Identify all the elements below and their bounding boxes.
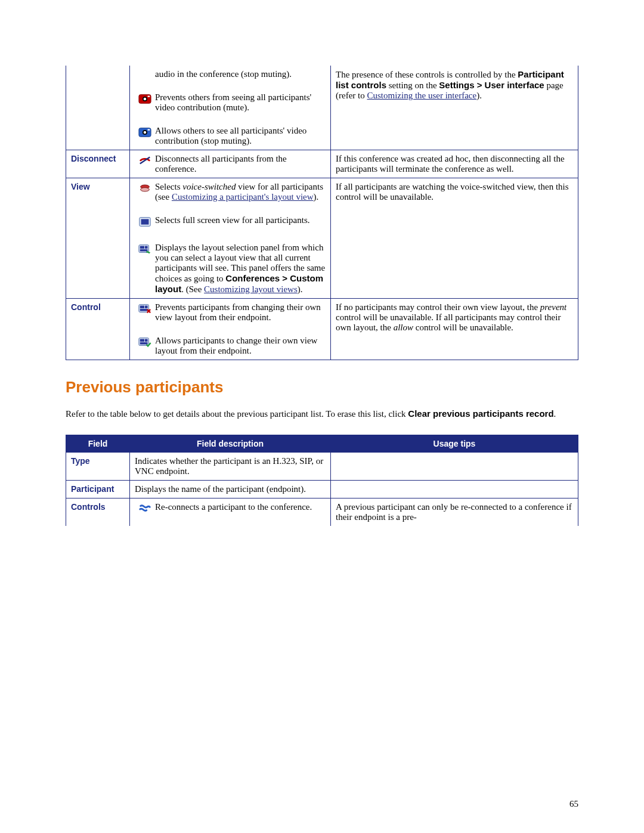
participant-label: Participant	[71, 484, 114, 494]
controls-desc-cell: Re-connects a participant to the confere…	[130, 498, 331, 527]
participant-label-cell: Participant	[66, 481, 130, 498]
svg-point-2	[144, 98, 147, 101]
customizing-layout-views-link[interactable]: Customizing layout views	[204, 284, 298, 294]
svg-rect-24	[140, 339, 144, 342]
mute-audio-desc: audio in the conference (stop muting).	[155, 69, 326, 79]
control-tips: If no participants may control their own…	[331, 299, 578, 360]
participant-desc: Displays the name of the participant (en…	[130, 481, 331, 498]
controls-label-cell: Controls	[66, 498, 130, 527]
svg-rect-15	[145, 246, 148, 249]
customizing-ui-link[interactable]: Customizing the user interface	[367, 91, 476, 100]
page-number: 65	[569, 799, 578, 809]
head-tips: Usage tips	[331, 435, 578, 453]
view-label: View	[71, 182, 90, 191]
control-label-cell: Control	[66, 299, 130, 360]
view-desc-cell: Selects voice-switched view for all part…	[130, 178, 331, 299]
type-tips	[331, 453, 578, 481]
participant-tips	[331, 481, 578, 498]
svg-rect-3	[148, 96, 150, 97]
svg-rect-25	[145, 339, 148, 342]
previous-participants-intro: Refer to the table below to get details …	[66, 407, 578, 420]
field-cell-empty	[66, 66, 130, 150]
tips-bold2: Settings > User interface	[439, 80, 544, 90]
allow-layout-icon	[135, 336, 155, 356]
svg-rect-20	[140, 309, 148, 311]
previous-participants-table: Field Field description Usage tips Type …	[66, 435, 578, 526]
type-label-cell: Type	[66, 453, 130, 481]
fullscreen-desc: Selects full screen view for all partici…	[155, 215, 326, 230]
controls-label: Controls	[71, 502, 106, 512]
prevent-layout-desc: Prevents participants from changing thei…	[155, 302, 326, 323]
svg-rect-12	[141, 219, 149, 224]
svg-rect-19	[145, 306, 148, 309]
svg-rect-14	[140, 246, 144, 249]
controls-tips: A previous participant can only be re-co…	[331, 498, 578, 527]
camera-unmute-desc: Allows others to see all participants' v…	[155, 126, 326, 146]
reconnect-desc: Re-connects a participant to the confere…	[155, 502, 326, 516]
fullscreen-icon	[135, 215, 155, 230]
disconnect-tips: If this conference was created ad hoc, t…	[331, 150, 578, 178]
svg-rect-18	[140, 306, 144, 309]
disconnect-desc-cell: Disconnects all participants from the co…	[130, 150, 331, 178]
controls-table: audio in the conference (stop muting). P…	[66, 66, 578, 360]
tips-cell-mute: The presence of these controls is contro…	[331, 66, 578, 150]
disconnect-label: Disconnect	[71, 154, 116, 163]
tips-pre: The presence of these controls is contro…	[336, 70, 518, 79]
camera-mute-icon	[135, 92, 155, 113]
voice-switched-desc: Selects voice-switched view for all part…	[155, 182, 326, 202]
disconnect-desc: Disconnects all participants from the co…	[155, 154, 326, 174]
head-field: Field	[66, 435, 130, 453]
desc-cell-mute: audio in the conference (stop muting). P…	[130, 66, 331, 150]
camera-mute-desc: Prevents others from seeing all particip…	[155, 92, 326, 113]
control-desc-cell: Prevents participants from changing thei…	[130, 299, 331, 360]
disconnect-label-cell: Disconnect	[66, 150, 130, 178]
svg-point-6	[144, 131, 147, 134]
camera-unmute-icon	[135, 126, 155, 146]
control-label: Control	[71, 302, 101, 312]
type-label: Type	[71, 456, 90, 466]
prevent-layout-icon	[135, 302, 155, 323]
view-label-cell: View	[66, 178, 130, 299]
type-desc: Indicates whether the participant is an …	[130, 453, 331, 481]
customizing-participant-layout-link[interactable]: Customizing a participant's layout view	[172, 192, 314, 202]
view-tips: If all participants are watching the voi…	[331, 178, 578, 299]
svg-rect-16	[140, 249, 148, 252]
head-desc: Field description	[130, 435, 331, 453]
tips-mid1: setting on the	[386, 80, 439, 90]
svg-rect-26	[140, 342, 148, 345]
layout-panel-desc: Displays the layout selection panel from…	[155, 243, 326, 295]
layout-panel-icon	[135, 243, 155, 295]
reconnect-icon	[135, 502, 155, 516]
disconnect-icon	[135, 154, 155, 174]
svg-rect-7	[148, 129, 150, 131]
allow-layout-desc: Allows participants to change their own …	[155, 336, 326, 356]
svg-point-10	[141, 188, 150, 191]
tips-post: ).	[476, 91, 482, 100]
voice-switched-icon	[135, 182, 155, 202]
previous-participants-heading: Previous participants	[66, 378, 578, 397]
